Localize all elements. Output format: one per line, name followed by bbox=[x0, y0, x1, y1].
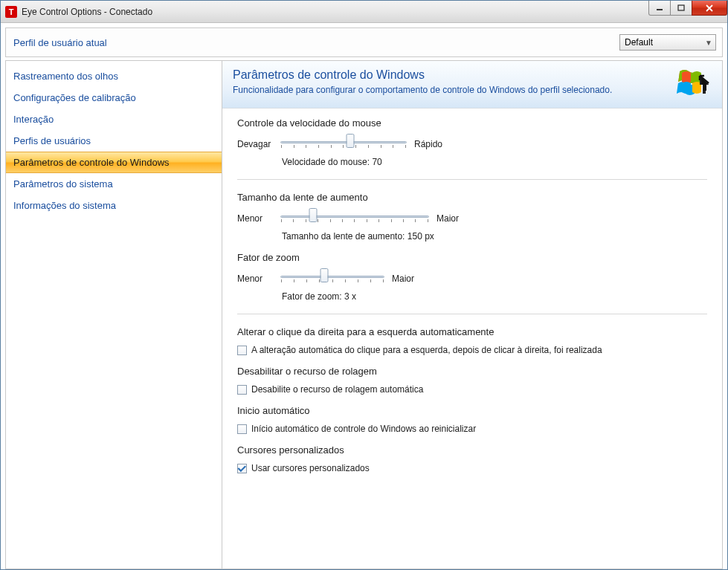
page-subtitle: Funcionalidade para configurar o comport… bbox=[233, 85, 712, 95]
custom-cursors-checkbox-label: Usar cursores personalizados bbox=[251, 463, 370, 473]
zoom-min-label: Menor bbox=[237, 273, 273, 284]
autostart-title: Inicio automático bbox=[237, 405, 707, 416]
sidebar-item-calibration[interactable]: Configurações de calibração bbox=[6, 87, 222, 109]
sidebar-item-interaction[interactable]: Interação bbox=[6, 109, 222, 130]
zoom-title: Fator de zoom bbox=[237, 252, 707, 263]
sidebar-item-user-profiles[interactable]: Perfis de usuários bbox=[6, 130, 222, 152]
custom-cursors-title: Cursores personalizados bbox=[237, 444, 707, 456]
svg-rect-0 bbox=[657, 9, 663, 10]
lens-size-min-label: Menor bbox=[237, 213, 273, 224]
section-auto-click: Alterar o clique da direita para a esque… bbox=[222, 317, 722, 487]
zoom-max-label: Maior bbox=[392, 273, 428, 284]
sidebar-item-windows-control[interactable]: Parâmetros de controle do Windows bbox=[6, 152, 222, 173]
lens-size-value: Tamanho da lente de aumento: 150 px bbox=[282, 231, 707, 242]
profile-bar: Perfil de usuário atual Default ▼ bbox=[5, 27, 723, 57]
content: Rastreamento dos olhos Configurações de … bbox=[5, 60, 723, 569]
windows-logo-icon bbox=[676, 67, 712, 103]
profile-select[interactable]: Default ▼ bbox=[619, 34, 716, 51]
auto-click-title: Alterar o clique da direita para a esque… bbox=[237, 326, 707, 337]
disable-scroll-checkbox-label: Desabilite o recurso de rolagem automáti… bbox=[251, 384, 423, 395]
mouse-speed-max-label: Rápido bbox=[414, 139, 450, 149]
sidebar-item-eye-tracking[interactable]: Rastreamento dos olhos bbox=[6, 65, 222, 87]
mouse-speed-title: Controle da velocidade do mouse bbox=[237, 117, 707, 129]
chevron-down-icon: ▼ bbox=[705, 39, 712, 47]
profile-label: Perfil de usuário atual bbox=[13, 37, 107, 48]
page-title: Parâmetros de controle do Windows bbox=[233, 68, 712, 82]
disable-scroll-checkbox[interactable] bbox=[237, 385, 247, 395]
divider bbox=[237, 179, 707, 180]
sidebar-item-system-params[interactable]: Parâmetros do sistema bbox=[6, 173, 222, 195]
divider bbox=[237, 314, 707, 314]
section-lens-size: Tamanho da lente de aumento Menor Maior … bbox=[222, 183, 722, 311]
lens-size-title: Tamanho da lente de aumento bbox=[237, 192, 707, 203]
svg-rect-1 bbox=[678, 5, 684, 10]
autostart-checkbox[interactable] bbox=[237, 424, 247, 434]
window-title: Eye Control Options - Conectado bbox=[22, 7, 152, 17]
titlebar: T Eye Control Options - Conectado bbox=[1, 1, 727, 23]
sidebar: Rastreamento dos olhos Configurações de … bbox=[5, 60, 222, 569]
zoom-slider[interactable] bbox=[280, 271, 384, 287]
section-mouse-speed: Controle da velocidade do mouse Devagar … bbox=[222, 109, 722, 176]
profile-selected-value: Default bbox=[625, 37, 653, 48]
auto-click-checkbox-label: A alteração automática do clique para a … bbox=[251, 345, 602, 355]
lens-size-slider[interactable] bbox=[280, 210, 429, 227]
close-button[interactable] bbox=[692, 1, 727, 16]
auto-click-checkbox[interactable] bbox=[237, 346, 247, 355]
sidebar-item-system-info[interactable]: Informações do sistema bbox=[6, 195, 222, 216]
main-panel: Parâmetros de controle do Windows Funcio… bbox=[222, 60, 723, 569]
main-header: Parâmetros de controle do Windows Funcio… bbox=[222, 61, 722, 109]
maximize-button[interactable] bbox=[670, 1, 692, 16]
window-controls bbox=[649, 1, 727, 16]
custom-cursors-checkbox[interactable] bbox=[237, 464, 247, 473]
mouse-speed-slider[interactable] bbox=[280, 136, 407, 152]
disable-scroll-title: Desabilitar o recurso de rolagem bbox=[237, 366, 707, 377]
autostart-checkbox-label: Início automático de controle do Windows… bbox=[251, 424, 476, 434]
app-icon: T bbox=[5, 6, 17, 18]
minimize-button[interactable] bbox=[648, 1, 671, 16]
zoom-value: Fator de zoom: 3 x bbox=[282, 291, 707, 302]
lens-size-max-label: Maior bbox=[437, 213, 472, 224]
mouse-speed-min-label: Devagar bbox=[237, 139, 273, 149]
mouse-speed-value: Velocidade do mouse: 70 bbox=[282, 157, 707, 167]
